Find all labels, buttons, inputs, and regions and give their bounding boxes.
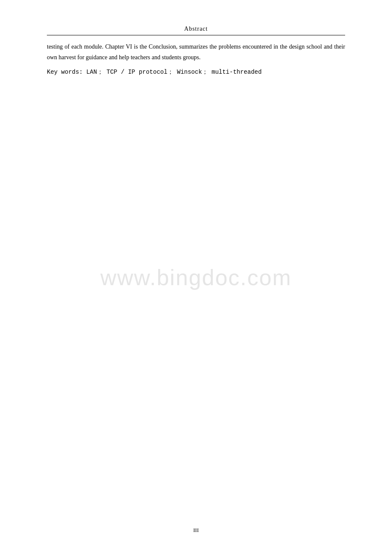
keywords-items: LAN； TCP / IP protocol； Winsock； multi-t… bbox=[86, 69, 262, 75]
document-page: Abstract testing of each module. Chapter… bbox=[0, 0, 392, 555]
keywords-line: Key words: LAN； TCP / IP protocol； Winso… bbox=[47, 67, 345, 78]
header-title: Abstract bbox=[184, 26, 208, 32]
body-paragraph: testing of each module. Chapter VI is th… bbox=[47, 41, 345, 63]
header-divider bbox=[47, 35, 345, 35]
page-number: III bbox=[0, 527, 392, 534]
page-header: Abstract bbox=[47, 26, 345, 35]
watermark: www.bingdoc.com bbox=[100, 265, 291, 290]
keywords-label: Key words bbox=[47, 69, 79, 75]
